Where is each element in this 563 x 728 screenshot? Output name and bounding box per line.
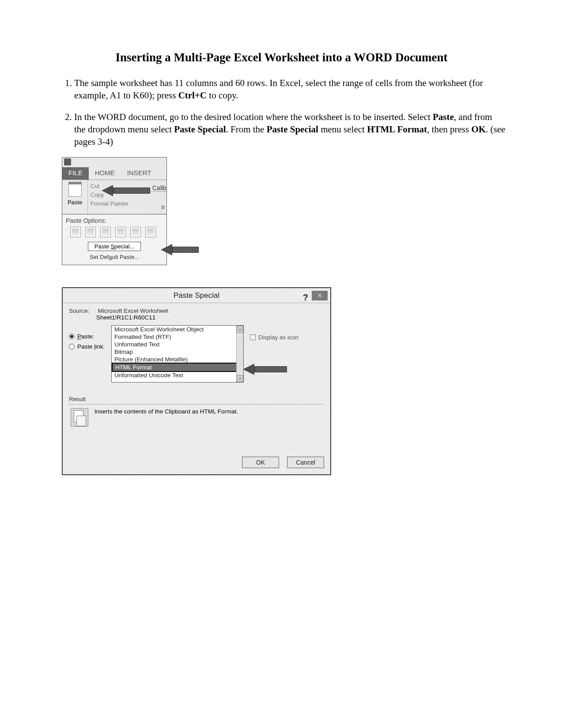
result-section: Result Inserts the contents of the Clipb… <box>69 396 324 444</box>
callout-arrow-icon <box>102 185 150 196</box>
ps-pre: Paste <box>94 243 111 250</box>
step-2-text-g: menu select <box>318 124 367 135</box>
clipboard-icon <box>68 182 82 197</box>
step-1: The sample worksheet has 11 columns and … <box>74 77 506 102</box>
paste-option-icon-4[interactable] <box>115 227 126 237</box>
word-app-icon <box>64 158 71 165</box>
callout-arrow-icon <box>161 244 199 255</box>
radio-paste-u: P <box>77 333 81 340</box>
paste-dropdown: Paste Options: Paste Special... Set Defa… <box>62 214 167 265</box>
scroll-down-icon[interactable]: ▿ <box>237 375 243 382</box>
clipboard-page-icon <box>71 408 88 427</box>
tab-home[interactable]: HOME <box>89 167 121 180</box>
source-row: Source: Microsoft Excel Worksheet <box>69 308 324 314</box>
step-2-text-i: , then press <box>427 124 471 135</box>
format-painter-button[interactable]: Format Painter <box>91 199 164 208</box>
page-title: Inserting a Multi-Page Excel Worksheet i… <box>57 51 506 64</box>
step-1-text-c: to copy. <box>207 90 238 101</box>
format-listbox[interactable]: Microsoft Excel Worksheet Object Formatt… <box>111 325 244 383</box>
source-line2: Sheet1!R1C1:R60C11 <box>96 314 324 321</box>
step-2-text-e: . From the <box>226 124 267 135</box>
radio-icon <box>69 344 75 349</box>
help-button[interactable]: ? <box>303 290 308 305</box>
dialog-body: Source: Microsoft Excel Worksheet Sheet1… <box>63 303 330 474</box>
screenshot-paste-special-dialog: Paste Special ? ✕ Source: Microsoft Exce… <box>62 287 331 475</box>
paste-button[interactable]: Paste <box>62 180 88 214</box>
paste-option-icon-3[interactable] <box>100 227 111 237</box>
bold-button[interactable]: B <box>159 204 167 211</box>
window-icon-row <box>62 158 166 167</box>
dialog-buttons: OK Cancel <box>69 457 324 468</box>
paste-option-icons <box>70 227 163 237</box>
scroll-up-icon[interactable]: ▵ <box>237 326 243 333</box>
dialog-title-text: Paste Special <box>174 291 219 300</box>
display-as-icon-label: Display as icon <box>258 334 299 341</box>
paste-special-dialog: Paste Special ? ✕ Source: Microsoft Exce… <box>62 287 331 475</box>
ok-button[interactable]: OK <box>242 457 279 468</box>
step-2-text-a: In the WORD document, go to the desired … <box>74 112 433 122</box>
step-2-bold-ps2: Paste Special <box>267 124 318 135</box>
callout-arrow-icon <box>243 364 287 375</box>
radio-paste[interactable]: Paste: <box>69 333 105 340</box>
tab-insert[interactable]: INSERT <box>121 167 158 180</box>
radio-link-pre: Paste <box>77 343 94 350</box>
paste-option-icon-6[interactable] <box>145 227 156 237</box>
screenshot-word-ribbon: FILE HOME INSERT Paste Cut Copy Format P… <box>62 157 177 265</box>
list-item-selected[interactable]: HTML Format <box>112 363 243 372</box>
font-name-box[interactable]: Calib <box>151 184 167 192</box>
radio-link-post: ink: <box>95 343 105 350</box>
sdp-pre: Set Def <box>90 254 109 260</box>
checkbox-icon <box>250 334 256 340</box>
display-as-icon-checkbox[interactable]: Display as icon <box>250 334 299 341</box>
ps-post: pecial... <box>114 243 134 250</box>
step-1-text-a: The sample worksheet has 11 columns and … <box>74 78 483 101</box>
radio-paste-link[interactable]: Paste link: <box>69 343 105 350</box>
list-item[interactable]: Unformatted Text <box>112 341 243 348</box>
list-item[interactable]: Picture (Enhanced Metafile) <box>112 356 243 363</box>
ribbon-clipboard-group: Paste Cut Copy Format Painter Calib B <box>62 180 166 214</box>
instruction-list: The sample worksheet has 11 columns and … <box>57 77 506 148</box>
ribbon-tabs: FILE HOME INSERT <box>62 167 166 180</box>
paste-label: Paste <box>62 199 87 206</box>
step-2-bold-ok: OK <box>471 124 486 135</box>
radio-icon <box>69 334 75 339</box>
step-1-shortcut: Ctrl+C <box>178 90 207 101</box>
list-item[interactable]: Formatted Text (RTF) <box>112 333 243 341</box>
step-2: In the WORD document, go to the desired … <box>74 111 506 148</box>
listbox-scrollbar[interactable]: ▵ ▿ <box>236 326 243 382</box>
paste-options-header: Paste Options: <box>66 217 163 224</box>
paste-mode-radios: Paste: Paste link: <box>69 333 105 353</box>
dialog-titlebar: Paste Special ? ✕ <box>63 288 330 303</box>
set-default-paste-menuitem[interactable]: Set Default Paste... <box>66 254 163 260</box>
list-item[interactable]: Microsoft Excel Worksheet Object <box>112 326 243 333</box>
sdp-u: a <box>109 254 112 260</box>
close-button[interactable]: ✕ <box>312 291 328 300</box>
sdp-post: ult Paste... <box>112 254 139 260</box>
step-2-bold-paste: Paste <box>433 112 454 122</box>
paste-option-icon-5[interactable] <box>130 227 141 237</box>
step-2-bold-ps1: Paste Special <box>174 124 226 135</box>
radio-paste-post: aste: <box>81 333 94 340</box>
source-label: Source: <box>69 308 96 314</box>
cancel-button[interactable]: Cancel <box>287 457 324 468</box>
paste-option-icon-1[interactable] <box>70 227 81 237</box>
list-item[interactable]: Bitmap <box>112 348 243 356</box>
result-box: Inserts the contents of the Clipboard as… <box>69 404 324 444</box>
source-line1: Microsoft Excel Worksheet <box>98 308 169 314</box>
paste-option-icon-2[interactable] <box>85 227 96 237</box>
paste-special-menuitem[interactable]: Paste Special... <box>88 242 141 251</box>
list-item[interactable]: Unformatted Unicode Text <box>112 372 243 379</box>
result-text: Inserts the contents of the Clipboard as… <box>94 408 238 415</box>
step-2-bold-html: HTML Format <box>367 124 427 135</box>
tab-file[interactable]: FILE <box>62 167 89 180</box>
result-label: Result <box>69 396 324 402</box>
